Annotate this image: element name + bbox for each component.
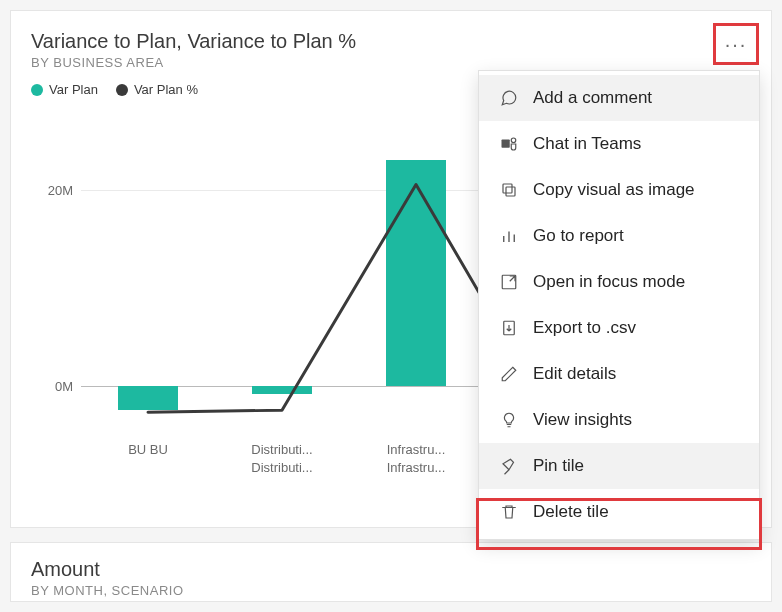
menu-delete-tile[interactable]: Delete tile <box>479 489 759 535</box>
pin-icon <box>499 456 519 476</box>
amount-chart-card: Amount BY MONTH, SCENARIO <box>10 542 772 602</box>
expand-icon <box>499 272 519 292</box>
amount-subtitle: BY MONTH, SCENARIO <box>31 583 751 598</box>
svg-rect-0 <box>502 140 510 148</box>
menu-label: Export to .csv <box>533 318 636 338</box>
menu-copy-visual[interactable]: Copy visual as image <box>479 167 759 213</box>
legend-item-var-plan[interactable]: Var Plan <box>31 82 98 97</box>
svg-rect-2 <box>506 187 515 196</box>
menu-focus-mode[interactable]: Open in focus mode <box>479 259 759 305</box>
x-label-bu: BU BU <box>81 441 215 459</box>
menu-chat-teams[interactable]: Chat in Teams <box>479 121 759 167</box>
legend-label-1: Var Plan <box>49 82 98 97</box>
menu-label: Copy visual as image <box>533 180 695 200</box>
more-options-button[interactable]: ··· <box>719 29 753 59</box>
menu-label: Pin tile <box>533 456 584 476</box>
chart-title: Variance to Plan, Variance to Plan % <box>31 29 751 53</box>
menu-label: Delete tile <box>533 502 609 522</box>
x-label-infrastructure: Infrastru... Infrastru... <box>349 441 483 476</box>
menu-label: Go to report <box>533 226 624 246</box>
svg-point-1 <box>511 138 516 143</box>
x-label-distribution: Distributi... Distributi... <box>215 441 349 476</box>
legend-item-var-plan-pct[interactable]: Var Plan % <box>116 82 198 97</box>
menu-label: Chat in Teams <box>533 134 641 154</box>
menu-label: Edit details <box>533 364 616 384</box>
menu-pin-tile[interactable]: Pin tile <box>479 443 759 489</box>
menu-add-comment[interactable]: Add a comment <box>479 75 759 121</box>
more-options-menu: Add a comment Chat in Teams Copy visual … <box>478 70 760 540</box>
menu-view-insights[interactable]: View insights <box>479 397 759 443</box>
y-tick-0m: 0M <box>33 379 73 394</box>
chart-subtitle: BY BUSINESS AREA <box>31 55 751 70</box>
export-icon <box>499 318 519 338</box>
menu-edit-details[interactable]: Edit details <box>479 351 759 397</box>
comment-icon <box>499 88 519 108</box>
legend-label-2: Var Plan % <box>134 82 198 97</box>
report-icon <box>499 226 519 246</box>
menu-export-csv[interactable]: Export to .csv <box>479 305 759 351</box>
legend-swatch-teal <box>31 84 43 96</box>
y-tick-20m: 20M <box>33 183 73 198</box>
teams-icon <box>499 134 519 154</box>
lightbulb-icon <box>499 410 519 430</box>
menu-label: Open in focus mode <box>533 272 685 292</box>
legend-swatch-dark <box>116 84 128 96</box>
pencil-icon <box>499 364 519 384</box>
menu-go-report[interactable]: Go to report <box>479 213 759 259</box>
amount-title: Amount <box>31 557 751 581</box>
copy-icon <box>499 180 519 200</box>
trash-icon <box>499 502 519 522</box>
menu-label: Add a comment <box>533 88 652 108</box>
svg-rect-3 <box>503 184 512 193</box>
menu-label: View insights <box>533 410 632 430</box>
